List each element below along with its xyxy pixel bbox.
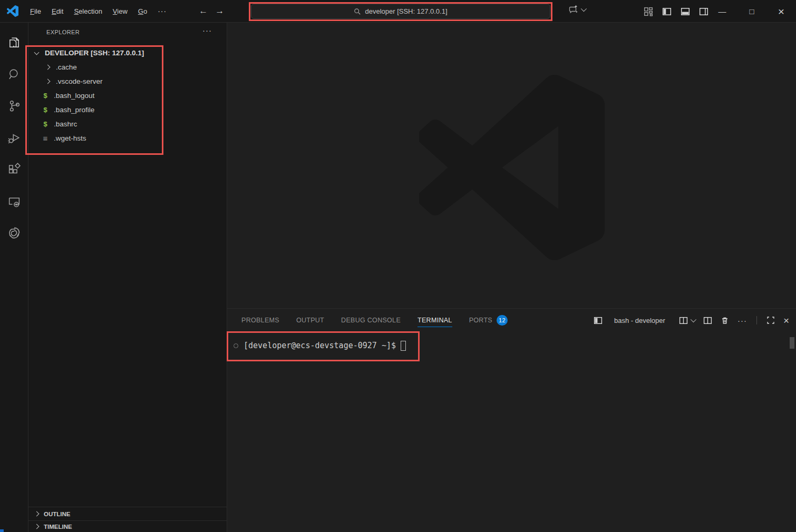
tree-item-label: .vscode-server [56, 77, 103, 85]
tree-item-label: .cache [56, 63, 77, 71]
terminal-view[interactable]: [developer@ecs-devstage-0927 ~]$ [227, 332, 796, 353]
tree-item-label: .bash_profile [54, 106, 94, 114]
tree-root-label: DEVELOPER [SSH: 127.0.0.1] [45, 49, 144, 57]
tree-root-developer[interactable]: DEVELOPER [SSH: 127.0.0.1] [28, 46, 227, 60]
vscode-watermark-icon [419, 75, 605, 260]
bottom-panel: PROBLEMS OUTPUT DEBUG CONSOLE TERMINAL P… [227, 308, 796, 532]
section-timeline[interactable]: TIMELINE [28, 520, 227, 532]
menubar: File Edit Selection View Go ··· [25, 5, 171, 17]
menu-edit[interactable]: Edit [47, 5, 68, 17]
explorer-sidebar: EXPLORER ··· DEVELOPER [SSH: 127.0.0.1] … [28, 23, 227, 532]
sidebar-title: EXPLORER [46, 29, 80, 35]
tree-item-label: .bashrc [54, 120, 77, 128]
toggle-panel-icon[interactable] [681, 7, 690, 16]
explorer-files-icon[interactable] [0, 30, 28, 55]
shellscript-file-icon: $ [41, 92, 50, 100]
tree-item-cache[interactable]: .cache [28, 60, 227, 74]
tree-item-label: .wget-hsts [54, 134, 86, 142]
terminal-instance-title[interactable]: bash - developer [614, 317, 665, 324]
extensions-icon[interactable] [0, 157, 28, 182]
shellscript-file-icon: $ [41, 106, 50, 114]
chevron-right-icon [34, 524, 40, 529]
titlebar: File Edit Selection View Go ··· ← → deve… [0, 0, 796, 23]
nav-forward-icon[interactable]: → [215, 6, 224, 16]
toggle-primary-sidebar-icon[interactable] [662, 7, 672, 16]
chevron-right-icon [45, 65, 51, 70]
window-minimize-button[interactable]: — [707, 0, 737, 23]
search-icon [354, 8, 361, 15]
tab-ports-label: PORTS [469, 317, 492, 324]
tree-item-bash-profile[interactable]: $ .bash_profile [28, 103, 227, 117]
chevron-down-icon [691, 317, 696, 322]
chevron-right-icon [45, 79, 51, 84]
split-pane-icon [679, 316, 688, 325]
command-decoration-icon[interactable] [234, 343, 238, 348]
terminal-tab-icon [594, 316, 603, 325]
copilot-chat-button[interactable] [568, 4, 585, 15]
tree-item-vscode-server[interactable]: .vscode-server [28, 74, 227, 88]
panel-header: PROBLEMS OUTPUT DEBUG CONSOLE TERMINAL P… [227, 309, 796, 332]
run-debug-icon[interactable] [0, 125, 28, 151]
nav-back-icon[interactable]: ← [199, 6, 208, 16]
menu-go[interactable]: Go [133, 5, 152, 17]
terminal-prompt-text: [developer@ecs-devstage-0927 ~]$ [244, 341, 396, 350]
terminal-prompt-line: [developer@ecs-devstage-0927 ~]$ [227, 338, 796, 353]
tab-problems[interactable]: PROBLEMS [241, 309, 279, 332]
panel-more-actions-icon[interactable]: ··· [737, 316, 747, 325]
remote-statusbar-corner [0, 529, 4, 532]
panel-tabs: PROBLEMS OUTPUT DEBUG CONSOLE TERMINAL P… [241, 309, 508, 332]
divider [756, 316, 757, 324]
menu-overflow-ellipsis-icon[interactable]: ··· [153, 5, 171, 17]
text-file-icon: ≡ [41, 134, 50, 143]
file-tree: DEVELOPER [SSH: 127.0.0.1] .cache .vscod… [28, 46, 227, 145]
menu-file[interactable]: File [25, 5, 46, 17]
split-terminal-icon[interactable] [703, 316, 712, 325]
panel-actions: bash - developer ··· [594, 309, 789, 332]
remote-explorer-icon[interactable] [0, 189, 28, 214]
source-control-icon[interactable] [0, 93, 28, 119]
vscode-logo-icon [7, 5, 18, 17]
tab-output[interactable]: OUTPUT [296, 309, 324, 332]
section-label: OUTLINE [44, 511, 70, 517]
copilot-chat-icon [568, 4, 579, 15]
tree-item-label: .bash_logout [54, 92, 94, 100]
command-center-search[interactable]: developer [SSH: 127.0.0.1] [251, 4, 550, 19]
kill-terminal-trash-icon[interactable] [721, 316, 729, 325]
tab-terminal[interactable]: TERMINAL [418, 309, 452, 332]
customize-layout-icon[interactable] [644, 7, 653, 16]
close-panel-icon[interactable]: × [783, 316, 789, 326]
menu-view[interactable]: View [108, 5, 132, 17]
command-center-text: developer [SSH: 127.0.0.1] [365, 7, 447, 15]
sidebar-header: EXPLORER ··· [28, 23, 227, 41]
tree-item-bashrc[interactable]: $ .bashrc [28, 117, 227, 131]
tab-ports[interactable]: PORTS 12 [469, 309, 508, 332]
chevron-down-icon [581, 6, 587, 12]
chevron-right-icon [34, 511, 40, 517]
terminal-scrollbar-thumb[interactable] [790, 337, 794, 349]
tree-item-wget-hsts[interactable]: ≡ .wget-hsts [28, 131, 227, 145]
section-outline[interactable]: OUTLINE [28, 507, 227, 520]
tree-item-bash-logout[interactable]: $ .bash_logout [28, 88, 227, 103]
launch-profile-button[interactable] [679, 316, 695, 325]
vscode-window: File Edit Selection View Go ··· ← → deve… [0, 0, 796, 532]
terminal-cursor [401, 341, 406, 351]
spiral-extension-icon[interactable] [0, 221, 28, 246]
section-label: TIMELINE [44, 524, 72, 530]
editor-area [227, 23, 796, 308]
maximize-panel-icon[interactable] [766, 316, 775, 324]
menu-selection[interactable]: Selection [69, 5, 106, 17]
chevron-down-icon [34, 50, 40, 55]
shellscript-file-icon: $ [41, 120, 50, 128]
activity-bar: ⚙ [0, 23, 28, 532]
settings-gear-icon[interactable]: ⚙ [0, 528, 28, 532]
window-close-button[interactable]: × [766, 0, 796, 23]
window-maximize-button[interactable]: □ [737, 0, 766, 23]
tab-debug-console[interactable]: DEBUG CONSOLE [341, 309, 401, 332]
ports-count-badge: 12 [497, 315, 508, 326]
sidebar-more-actions-icon[interactable]: ··· [202, 26, 212, 35]
search-icon[interactable] [0, 62, 28, 87]
